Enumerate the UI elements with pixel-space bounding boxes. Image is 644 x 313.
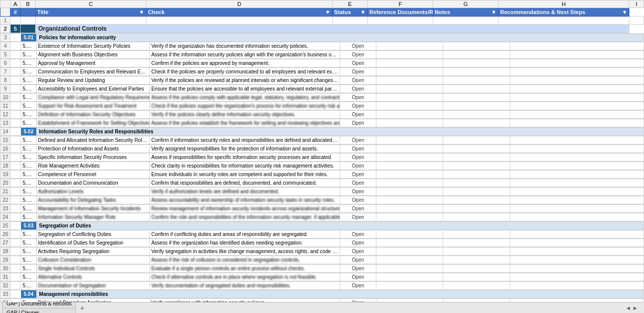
cell-recs-30[interactable] xyxy=(510,265,643,273)
cell-notes-19[interactable] xyxy=(443,171,510,179)
check-filter-icon[interactable]: ▼ xyxy=(325,9,331,15)
cell-recs-16[interactable] xyxy=(510,145,643,153)
cell-notes-7[interactable] xyxy=(443,68,510,76)
cell-recs-29[interactable] xyxy=(510,256,643,264)
header-recommendations[interactable]: Recommendations & Next Steps ▼ xyxy=(499,8,629,17)
cell-notes-13[interactable] xyxy=(443,119,510,127)
cell-ref-15[interactable] xyxy=(376,136,443,144)
cell-notes-23[interactable] xyxy=(443,205,510,213)
cell-recs-26[interactable] xyxy=(510,230,643,239)
cell-ref-34[interactable] xyxy=(376,299,443,302)
cell-ref-5[interactable] xyxy=(376,51,443,59)
status-filter-icon[interactable]: ▼ xyxy=(360,9,366,15)
cell-recs-6[interactable] xyxy=(510,59,643,67)
cell-notes-15[interactable] xyxy=(443,136,510,144)
cell-ref-19[interactable] xyxy=(376,171,443,179)
tab-gap-documents-&-records[interactable]: GAP | Documents & Records xyxy=(2,302,76,308)
add-tab-button[interactable]: + xyxy=(77,303,87,313)
cell-recs-32[interactable] xyxy=(510,282,643,290)
cell-notes-24[interactable] xyxy=(443,213,510,221)
cell-notes-8[interactable] xyxy=(443,76,510,85)
cell-recs-10[interactable] xyxy=(510,94,643,102)
cell-recs-23[interactable] xyxy=(510,205,643,213)
cell-ref-16[interactable] xyxy=(376,145,443,153)
cell-recs-15[interactable] xyxy=(510,136,643,144)
cell-notes-18[interactable] xyxy=(443,162,510,170)
cell-notes-31[interactable] xyxy=(443,273,510,281)
cell-notes-5[interactable] xyxy=(443,51,510,59)
cell-notes-6[interactable] xyxy=(443,59,510,67)
recommendations-filter-icon[interactable]: ▼ xyxy=(622,9,627,15)
cell-notes-11[interactable] xyxy=(443,102,510,110)
cell-notes-32[interactable] xyxy=(443,282,510,290)
cell-ref-22[interactable] xyxy=(376,196,443,204)
cell-notes-4[interactable] xyxy=(443,42,510,50)
cell-notes-20[interactable] xyxy=(443,179,510,187)
cell-recs-24[interactable] xyxy=(510,213,643,221)
notes-filter-icon[interactable]: ▼ xyxy=(491,9,497,15)
data-row-5.03a: 26 5.03 (a) Segregation of Conflicting D… xyxy=(1,230,644,239)
header-title[interactable]: Title ▼ xyxy=(36,8,146,17)
tab-gap-clauses[interactable]: GAP | Clauses xyxy=(2,308,76,314)
cell-notes-22[interactable] xyxy=(443,196,510,204)
cell-recs-7[interactable] xyxy=(510,68,643,76)
cell-notes-30[interactable] xyxy=(443,265,510,273)
cell-ref-10[interactable] xyxy=(376,94,443,102)
cell-recs-5[interactable] xyxy=(510,51,643,59)
title-filter-icon[interactable]: ▼ xyxy=(139,9,144,15)
cell-ref-21[interactable] xyxy=(376,188,443,196)
cell-notes-17[interactable] xyxy=(443,153,510,162)
cell-recs-4[interactable] xyxy=(510,42,643,50)
cell-recs-11[interactable] xyxy=(510,102,643,110)
cell-ref-4[interactable] xyxy=(376,42,443,50)
cell-recs-12[interactable] xyxy=(510,111,643,119)
header-reference[interactable]: Reference Documents/Records ▼ xyxy=(368,8,433,17)
cell-notes-12[interactable] xyxy=(443,111,510,119)
cell-recs-13[interactable] xyxy=(510,119,643,127)
cell-recs-34[interactable] xyxy=(510,299,643,302)
cell-recs-21[interactable] xyxy=(510,188,643,196)
cell-ref-9[interactable] xyxy=(376,85,443,93)
header-status[interactable]: Status ▼ xyxy=(333,8,368,17)
cell-ref-30[interactable] xyxy=(376,265,443,273)
cell-ref-26[interactable] xyxy=(376,230,443,239)
cell-recs-20[interactable] xyxy=(510,179,643,187)
cell-ref-24[interactable] xyxy=(376,213,443,221)
cell-ref-23[interactable] xyxy=(376,205,443,213)
cell-recs-18[interactable] xyxy=(510,162,643,170)
cell-notes-10[interactable] xyxy=(443,94,510,102)
cell-ref-6[interactable] xyxy=(376,59,443,67)
cell-ref-17[interactable] xyxy=(376,153,443,162)
cell-ref-31[interactable] xyxy=(376,273,443,281)
cell-recs-17[interactable] xyxy=(510,153,643,162)
cell-notes-21[interactable] xyxy=(443,188,510,196)
cell-notes-28[interactable] xyxy=(443,248,510,256)
header-notes[interactable]: Notes ▼ xyxy=(433,8,499,17)
cell-recs-31[interactable] xyxy=(510,273,643,281)
cell-recs-9[interactable] xyxy=(510,85,643,93)
cell-notes-16[interactable] xyxy=(443,145,510,153)
cell-ref-11[interactable] xyxy=(376,102,443,110)
cell-recs-22[interactable] xyxy=(510,196,643,204)
cell-ref-18[interactable] xyxy=(376,162,443,170)
cell-ref-27[interactable] xyxy=(376,239,443,247)
cell-ref-20[interactable] xyxy=(376,179,443,187)
cell-ref-28[interactable] xyxy=(376,248,443,256)
cell-ref-29[interactable] xyxy=(376,256,443,264)
header-check[interactable]: Check ▼ xyxy=(146,8,333,17)
cell-recs-28[interactable] xyxy=(510,248,643,256)
cell-ref-7[interactable] xyxy=(376,68,443,76)
cell-notes-27[interactable] xyxy=(443,239,510,247)
cell-ref-12[interactable] xyxy=(376,111,443,119)
cell-recs-27[interactable] xyxy=(510,239,643,247)
cell-notes-34[interactable] xyxy=(443,299,510,302)
cell-ref-13[interactable] xyxy=(376,119,443,127)
cell-recs-8[interactable] xyxy=(510,76,643,85)
cell-notes-26[interactable] xyxy=(443,230,510,239)
sheet-scroll[interactable]: A B C D E F G H I # xyxy=(0,0,644,302)
cell-notes-29[interactable] xyxy=(443,256,510,264)
cell-ref-32[interactable] xyxy=(376,282,443,290)
cell-recs-19[interactable] xyxy=(510,171,643,179)
cell-ref-8[interactable] xyxy=(376,76,443,85)
cell-notes-9[interactable] xyxy=(443,85,510,93)
